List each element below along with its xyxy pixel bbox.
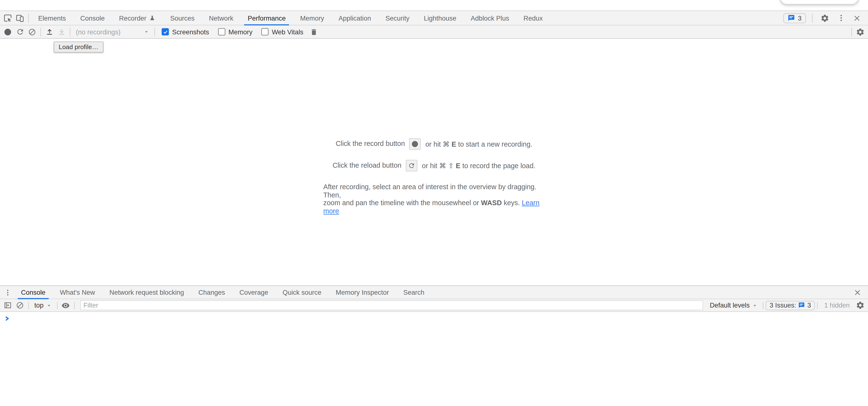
tab-label: Adblock Plus [471,14,509,22]
record-icon [412,141,418,147]
divider [74,302,74,309]
issues-counter-button[interactable]: 3 [783,13,806,23]
issues-count: 3 [807,302,811,309]
console-issues-button[interactable]: 3 Issues: 3 [766,301,815,310]
tab-memory[interactable]: Memory [297,11,328,25]
memory-checkbox-group[interactable]: Memory [218,28,253,36]
performance-panel-content: Load profile… Click the record button or… [0,39,868,285]
hint-line1: After recording, select an area of inter… [323,183,536,199]
tab-label: Memory [300,14,324,22]
close-devtools-button[interactable] [851,12,863,24]
web-vitals-checkbox[interactable] [261,28,269,36]
divider [155,27,155,36]
record-button-illustration [409,138,421,149]
issues-bubble-icon [799,302,805,308]
console-prompt-row[interactable] [0,313,868,324]
drawer-tab-memory-inspector[interactable]: Memory Inspector [333,286,392,299]
checkbox-label: Screenshots [172,28,209,36]
record-button[interactable] [2,26,14,37]
drawer-tab-label: What's New [60,289,95,296]
tab-performance[interactable]: Performance [244,11,289,25]
shift-key: ⇧ [448,162,454,170]
drawer-tab-whats-new[interactable]: What's New [56,286,98,299]
drawer-tab-network-request-blocking[interactable]: Network request blocking [106,286,187,299]
console-messages-area[interactable] [0,312,868,406]
log-levels-dropdown[interactable]: Default levels [707,302,761,309]
create-live-expression-button[interactable] [60,300,72,311]
screenshots-checkbox[interactable] [161,28,169,36]
device-toolbar-button[interactable] [14,12,26,24]
tab-elements[interactable]: Elements [35,11,69,25]
drawer-tab-label: Quick source [283,289,321,296]
caret-down-icon [144,29,149,34]
tab-lighthouse[interactable]: Lighthouse [421,11,460,25]
tab-network[interactable]: Network [206,11,237,25]
drawer-tab-label: Console [21,289,45,296]
tab-console[interactable]: Console [77,11,108,25]
record-instruction-row: Click the record button or hit ⌘ E to st… [336,137,532,150]
drawer-tab-label: Memory Inspector [336,289,389,296]
drawer-tab-coverage[interactable]: Coverage [236,286,272,299]
recordings-dropdown[interactable]: (no recordings) [72,28,152,36]
top-strip [0,0,868,10]
drawer-tab-quick-source[interactable]: Quick source [279,286,325,299]
load-profile-button[interactable] [43,26,55,37]
tab-redux[interactable]: Redux [520,11,546,25]
context-value: top [34,302,43,309]
more-options-button[interactable] [835,12,847,24]
settings-gear-button[interactable] [819,12,831,24]
web-vitals-checkbox-group[interactable]: Web Vitals [261,28,304,36]
javascript-context-dropdown[interactable]: top [31,302,55,309]
load-profile-tooltip: Load profile… [54,41,103,53]
save-profile-button[interactable] [56,26,68,37]
performance-toolbar: (no recordings) Screenshots Memory Web V… [0,25,868,39]
or-hit-text: or hit [422,162,437,170]
reload-instruction-mid: or hit ⌘ ⇧ E to record the page load. [422,161,535,169]
tab-application[interactable]: Application [335,11,374,25]
clear-console-button[interactable] [14,300,26,311]
drawer-tab-search[interactable]: Search [400,286,428,299]
divider [763,302,764,309]
issues-count: 3 [798,14,801,22]
drawer-tab-console[interactable]: Console [18,286,49,299]
drawer-more-tools-button[interactable] [2,287,14,298]
record-instruction-mid: or hit ⌘ E to start a new recording. [425,140,532,148]
cmd-key: ⌘ [443,140,450,148]
reload-instruction-row: Click the reload button or hit ⌘ ⇧ E to … [333,159,535,172]
tab-adblock-plus[interactable]: Adblock Plus [467,11,513,25]
panel-tabs: Elements Console Recorder Sources Networ… [31,11,550,25]
inspect-element-button[interactable] [2,12,14,24]
drawer-tab-label: Coverage [239,289,268,296]
memory-checkbox[interactable] [218,28,225,36]
reload-and-record-button[interactable] [14,26,26,37]
divider [812,13,812,23]
tab-label: Performance [248,14,286,22]
close-drawer-button[interactable] [851,287,863,298]
screenshots-checkbox-group[interactable]: Screenshots [161,28,209,36]
divider [28,13,29,23]
cmd-key: ⌘ [439,162,446,170]
reload-instruction-post: to record the page load. [462,162,535,170]
console-sidebar-toggle-button[interactable] [2,300,14,311]
console-toolbar: top Default levels 3 Issues: 3 1 hidden [0,299,868,312]
record-icon [4,29,11,35]
hint-text: After recording, select an area of inter… [323,183,545,215]
hidden-messages-label: 1 hidden [824,302,849,309]
divider [40,27,41,36]
clear-button[interactable] [26,26,38,37]
tab-sources[interactable]: Sources [167,11,198,25]
tab-label: Network [209,14,234,22]
capture-settings-gear-button[interactable] [854,26,866,37]
tab-security[interactable]: Security [382,11,413,25]
log-levels-value: Default levels [710,302,750,309]
tab-label: Application [339,14,371,22]
drawer-tab-changes[interactable]: Changes [195,286,228,299]
console-settings-gear-button[interactable] [854,300,866,311]
tab-recorder[interactable]: Recorder [116,11,159,25]
console-filter-input[interactable] [80,300,703,310]
recordings-dropdown-value: (no recordings) [76,28,120,36]
record-instruction-pre: Click the record button [336,140,405,147]
delete-recording-button[interactable] [308,26,320,37]
shortcut-key: E [456,162,460,170]
tab-label: Sources [170,14,195,22]
